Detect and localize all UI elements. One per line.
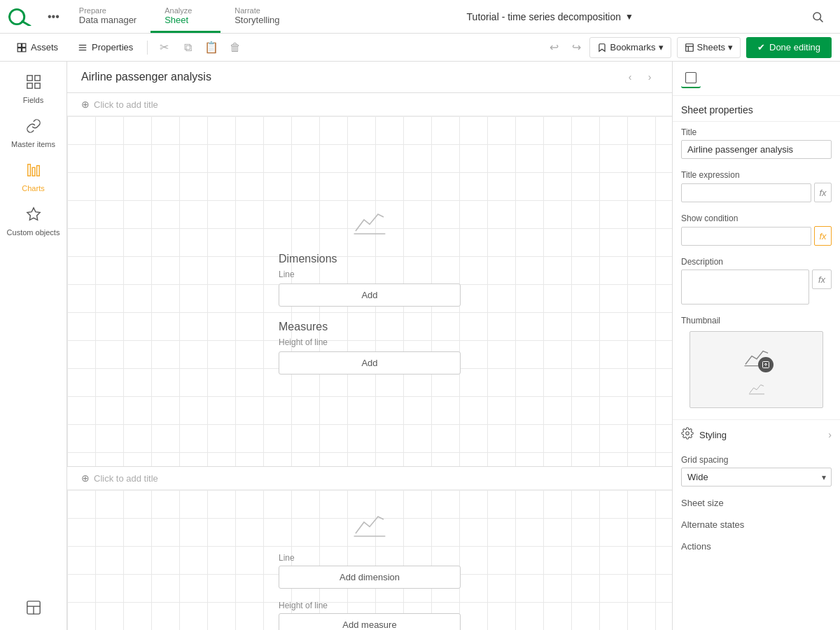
nav-right (806, 6, 840, 28)
show-condition-fx-button[interactable]: fx (814, 226, 832, 246)
sheet-prev-button[interactable]: ‹ (622, 69, 638, 85)
title-input[interactable] (681, 140, 832, 159)
description-fx-button[interactable]: fx (812, 270, 832, 289)
viz-card-1: ⊕ Click to add title Dimensions (67, 93, 672, 467)
dimensions-group-1: Dimensions Line Add (279, 253, 461, 307)
sheets-button[interactable]: Sheets ▾ (677, 37, 741, 58)
svg-line-3 (820, 19, 822, 22)
sidebar-item-fields[interactable]: Fields (0, 67, 66, 111)
styling-row[interactable]: Styling › (673, 419, 840, 449)
bookmarks-button[interactable]: Bookmarks ▾ (589, 37, 671, 58)
plus-icon-2: ⊕ (81, 472, 90, 484)
redo-button[interactable]: ↪ (566, 37, 587, 58)
delete-button[interactable]: 🗑 (225, 37, 246, 58)
paste-button[interactable]: 📋 (201, 37, 222, 58)
bookmarks-chevron-icon: ▾ (659, 42, 664, 52)
styling-row-left: Styling (681, 427, 727, 442)
svg-rect-18 (27, 164, 30, 176)
actions-label: Actions (673, 536, 840, 557)
fields-icon (26, 74, 41, 93)
add-dimension-button-1[interactable]: Add (279, 284, 461, 307)
title-expression-row: Title expression fx (673, 164, 840, 208)
thumbnail-row: Thumbnail (673, 310, 840, 419)
title-expression-input-row: fx (681, 183, 832, 202)
sheet-title: Airline passenger analysis (81, 71, 211, 83)
styling-icon (681, 427, 694, 442)
app-title[interactable]: Tutorial - time series decomposition ▼ (294, 11, 806, 22)
sheets-chevron-icon: ▾ (728, 42, 733, 52)
sidebar-bottom-icon[interactable] (20, 593, 47, 624)
top-nav: ••• Prepare Data manager Analyze Sheet N… (0, 0, 840, 34)
tab-narrate[interactable]: Narrate Storytelling (220, 0, 293, 33)
cut-button[interactable]: ✂ (153, 37, 174, 58)
tab-prepare[interactable]: Prepare Data manager (65, 0, 150, 33)
svg-rect-14 (27, 76, 31, 80)
sheet-properties-title: Sheet properties (673, 96, 840, 122)
sheet-header: Airline passenger analysis ‹ › (67, 62, 672, 93)
nav-tabs: Prepare Data manager Analyze Sheet Narra… (65, 0, 294, 33)
properties-button[interactable]: Properties (69, 37, 141, 58)
svg-rect-19 (32, 167, 35, 176)
nav-more-icon[interactable]: ••• (42, 10, 65, 23)
title-expression-fx-button[interactable]: fx (814, 183, 832, 202)
dim-meas-container-1: Dimensions Line Add Measures Height of l… (279, 253, 461, 374)
right-panel: Sheet properties Title Title expression … (672, 62, 840, 630)
title-expression-label: Title expression (681, 170, 832, 180)
search-button[interactable] (806, 6, 829, 28)
undo-button[interactable]: ↩ (543, 37, 564, 58)
svg-line-1 (22, 21, 30, 26)
title-expression-input[interactable] (681, 183, 811, 202)
chevron-down-icon: ▼ (625, 12, 634, 22)
content-area: Airline passenger analysis ‹ › ⊕ Click t… (67, 62, 672, 630)
viz-content-inner-1: Dimensions Line Add Measures Height of l… (67, 116, 672, 466)
show-condition-input-row: fx (681, 226, 832, 246)
layout-icon (26, 600, 41, 617)
undo-redo: ↩ ↪ (543, 37, 587, 58)
sidebar-item-custom-objects[interactable]: Custom objects (0, 200, 66, 244)
svg-rect-6 (18, 48, 21, 51)
thumbnail-chart-icon (749, 382, 764, 397)
assets-button[interactable]: Assets (8, 37, 66, 58)
svg-rect-7 (22, 48, 26, 51)
chart-placeholder-2 (352, 511, 387, 541)
charts-icon (26, 162, 41, 181)
show-condition-label: Show condition (681, 214, 832, 223)
description-label: Description (681, 257, 832, 267)
add-title-bar-1[interactable]: ⊕ Click to add title (67, 93, 672, 116)
viz-content-inner-2: Line Add dimension Height of line Add me… (279, 504, 461, 630)
measures-group-1: Measures Height of line Add (279, 321, 461, 374)
add-dimension-button-2[interactable]: Add dimension (279, 566, 461, 589)
svg-rect-20 (36, 166, 39, 176)
add-measure-button-2[interactable]: Add measure (279, 613, 461, 630)
chart-placeholder-1 (352, 209, 387, 239)
qlik-logo[interactable] (0, 8, 42, 26)
sidebar-item-master-items[interactable]: Master items (0, 111, 66, 155)
dim-group-2: Line Add dimension (279, 552, 461, 589)
toolbar-separator (147, 41, 148, 55)
show-condition-input[interactable] (681, 227, 811, 246)
grid-spacing-select[interactable]: Wide Medium Narrow (681, 468, 832, 486)
sheet-size-label: Sheet size (673, 492, 840, 514)
alternate-states-label: Alternate states (673, 514, 840, 536)
add-title-bar-2[interactable]: ⊕ Click to add title (67, 467, 672, 490)
sheet-nav: ‹ › (622, 69, 658, 85)
add-measure-button-1[interactable]: Add (279, 351, 461, 374)
grid-spacing-label: Grid spacing (681, 455, 832, 465)
tab-analyze[interactable]: Analyze Sheet (150, 0, 220, 33)
svg-point-32 (686, 432, 690, 435)
thumbnail-area[interactable] (690, 331, 823, 408)
main-layout: Fields Master items Charts (0, 62, 840, 630)
svg-marker-21 (27, 208, 39, 220)
title-label: Title (681, 127, 832, 137)
sheet-next-button[interactable]: › (641, 69, 658, 85)
sidebar-item-charts[interactable]: Charts (0, 155, 66, 200)
panel-sheet-icon-button[interactable] (681, 69, 701, 88)
toolbar: Assets Properties ✂ ⧉ 📋 🗑 ↩ ↪ Bookmarks … (0, 34, 840, 62)
svg-rect-15 (34, 76, 39, 80)
copy-button[interactable]: ⧉ (177, 37, 198, 58)
svg-rect-5 (22, 43, 26, 47)
done-editing-button[interactable]: ✔ Done editing (746, 37, 832, 58)
svg-rect-27 (686, 73, 696, 83)
description-textarea[interactable] (681, 270, 809, 304)
thumbnail-icons (743, 343, 771, 371)
